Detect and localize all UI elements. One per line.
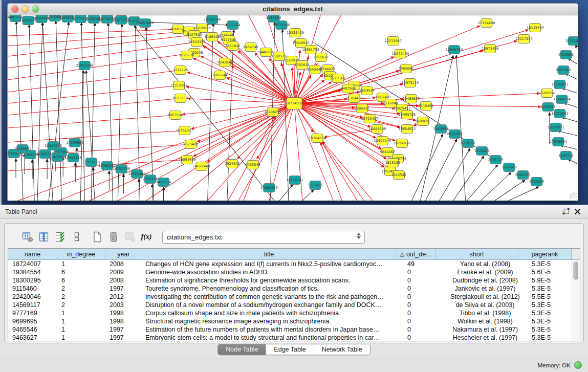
graph-node[interactable]: 21053346: [76, 61, 93, 70]
graph-node[interactable]: 1595854: [539, 89, 554, 98]
graph-edge[interactable]: [411, 134, 443, 201]
tab-edge-table[interactable]: Edge Table: [266, 344, 314, 355]
graph-node[interactable]: 9474444: [474, 147, 489, 156]
graph-node[interactable]: 17359924: [66, 139, 83, 147]
graph-node[interactable]: 16115484: [527, 24, 544, 32]
graph-edge[interactable]: [509, 187, 539, 201]
graph-node[interactable]: 9465546: [245, 161, 260, 169]
memory-ok-indicator-icon[interactable]: [574, 361, 582, 369]
graph-edge[interactable]: [302, 190, 314, 201]
graph-node[interactable]: 13325419: [287, 29, 304, 37]
graph-node[interactable]: 9329966: [558, 51, 573, 59]
graph-node[interactable]: 12213967: [385, 37, 402, 46]
graph-node[interactable]: 9699695: [416, 117, 430, 126]
graph-node[interactable]: 9777169: [330, 74, 345, 83]
graph-node[interactable]: 19654923: [399, 125, 416, 134]
graph-node[interactable]: 9905304: [529, 178, 544, 186]
tab-node-table[interactable]: Node Table: [218, 344, 266, 355]
graph-node[interactable]: 1615152: [385, 159, 400, 167]
graph-node[interactable]: 2803144: [212, 71, 227, 80]
column-header-pagerank[interactable]: pagerank: [518, 249, 572, 259]
graph-node[interactable]: 9853594: [168, 111, 183, 120]
graph-node[interactable]: 18807249: [374, 137, 391, 145]
graph-node[interactable]: 7857224: [225, 21, 240, 30]
graph-edge[interactable]: [8, 29, 178, 36]
graph-edge[interactable]: [558, 131, 577, 136]
minimize-window-icon[interactable]: [22, 6, 29, 12]
graph-node[interactable]: 14600253: [260, 184, 278, 192]
graph-edge[interactable]: [425, 139, 456, 201]
graph-node[interactable]: 7924540: [225, 160, 239, 168]
graph-edge[interactable]: [108, 23, 113, 201]
graph-node[interactable]: 2935114: [488, 156, 503, 164]
float-panel-button[interactable]: [560, 207, 572, 217]
table-row[interactable]: 977716911998Corpus callosum shape and si…: [8, 309, 580, 317]
graph-node[interactable]: 17016504: [550, 138, 567, 146]
graph-node[interactable]: 2867608: [225, 42, 240, 51]
graph-node[interactable]: 12444154: [553, 95, 571, 104]
network-window[interactable]: citations_edges.txt 24055724105538092069…: [7, 3, 578, 201]
network-window-titlebar[interactable]: citations_edges.txt: [8, 4, 578, 15]
graph-edge[interactable]: [8, 42, 197, 68]
graph-edge[interactable]: [80, 71, 83, 201]
column-header-short[interactable]: short: [435, 249, 518, 259]
graph-edge[interactable]: [453, 156, 484, 201]
graph-node[interactable]: 15751074: [565, 37, 578, 46]
graph-node[interactable]: 12093872: [551, 80, 569, 89]
delete-table-button[interactable]: [107, 230, 120, 244]
close-panel-button[interactable]: [572, 207, 583, 217]
graph-edge[interactable]: [456, 55, 466, 201]
graph-edge[interactable]: [294, 103, 302, 201]
close-window-icon[interactable]: [12, 6, 18, 12]
graph-node[interactable]: 6379197: [461, 139, 475, 148]
graph-node[interactable]: 12975115: [402, 79, 419, 87]
graph-edge[interactable]: [467, 165, 498, 201]
graph-node[interactable]: 8186328: [205, 33, 220, 41]
graph-edge[interactable]: [322, 141, 373, 201]
graph-node[interactable]: 16210643: [551, 110, 569, 118]
column-header-out-degree[interactable]: △out_de...: [396, 249, 435, 259]
table-row[interactable]: 946554611997Estimation of the future num…: [8, 325, 580, 334]
graph-edge[interactable]: [294, 103, 384, 167]
graph-node[interactable]: 2250365: [143, 175, 158, 184]
graph-node[interactable]: 16648784: [446, 46, 463, 54]
graph-node[interactable]: 18105348: [204, 15, 221, 24]
show-columns-button[interactable]: [37, 230, 51, 244]
graph-node[interactable]: 9560253: [515, 171, 530, 180]
graph-node[interactable]: 8215955: [540, 103, 555, 112]
graph-node[interactable]: 8454749: [243, 43, 258, 52]
column-header-title[interactable]: title: [142, 249, 396, 259]
graph-node[interactable]: 1440954: [433, 125, 448, 134]
zoom-window-icon[interactable]: [32, 6, 39, 12]
table-row[interactable]: 911546021997Tourette syndrome. Phenomeno…: [8, 285, 580, 293]
graph-node[interactable]: 7632609: [502, 163, 516, 172]
graph-node[interactable]: 2522543: [391, 171, 406, 180]
graph-node[interactable]: 18724007: [286, 98, 303, 110]
graph-node[interactable]: 18768327: [176, 126, 193, 135]
graph-node[interactable]: 9896170: [179, 51, 194, 60]
graph-edge[interactable]: [118, 24, 122, 201]
graph-node[interactable]: 2718126: [173, 66, 188, 75]
graph-edge[interactable]: [16, 21, 23, 201]
graph-node[interactable]: 16093489: [179, 156, 196, 164]
graph-node[interactable]: 9242844: [217, 58, 232, 67]
graph-node[interactable]: 7625402: [183, 140, 198, 149]
graph-node[interactable]: 13505135: [64, 154, 82, 162]
table-row[interactable]: 2242004622012Investigating the contribut…: [8, 293, 580, 301]
graph-node[interactable]: 9227343: [556, 66, 571, 75]
graph-node[interactable]: 3624554: [360, 86, 375, 95]
clear-row-selection-button[interactable]: [70, 230, 83, 244]
graph-node[interactable]: 12213383: [170, 81, 188, 90]
table-scrollbar[interactable]: [572, 260, 580, 341]
graph-node[interactable]: 8673110: [173, 94, 188, 103]
graph-node[interactable]: 12217897: [515, 35, 533, 43]
graph-node[interactable]: 1733426: [308, 181, 322, 190]
graph-edge[interactable]: [8, 35, 194, 56]
graph-edge[interactable]: [321, 142, 357, 201]
column-header-name[interactable]: name: [8, 249, 57, 259]
graph-edge[interactable]: [49, 22, 69, 201]
column-header-year[interactable]: year: [105, 249, 142, 259]
table-mode-button[interactable]: [21, 230, 34, 244]
graph-edge[interactable]: [294, 40, 295, 103]
tab-network-table[interactable]: Network Table: [314, 344, 370, 355]
